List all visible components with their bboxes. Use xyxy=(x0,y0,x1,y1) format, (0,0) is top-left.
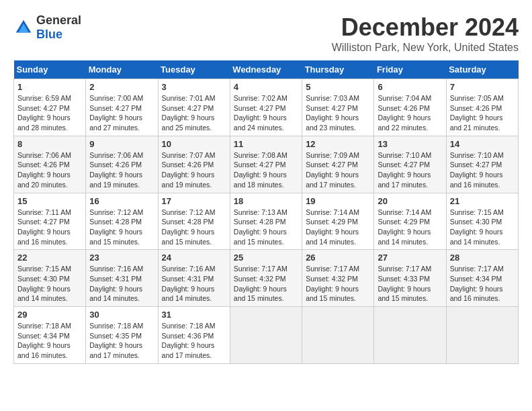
day-info: Sunrise: 7:05 AMSunset: 4:26 PMDaylight:… xyxy=(450,94,504,132)
day-number: 5 xyxy=(306,82,370,92)
calendar-day-11: 11Sunrise: 7:08 AMSunset: 4:27 PMDayligh… xyxy=(230,136,302,193)
calendar-day-empty xyxy=(302,307,374,364)
day-number: 27 xyxy=(378,253,442,263)
day-info: Sunrise: 7:01 AMSunset: 4:27 PMDaylight:… xyxy=(162,94,216,132)
day-number: 15 xyxy=(17,196,82,206)
calendar-day-2: 2Sunrise: 7:00 AMSunset: 4:27 PMDaylight… xyxy=(86,79,158,136)
calendar-day-31: 31Sunrise: 7:18 AMSunset: 4:36 PMDayligh… xyxy=(158,307,230,364)
day-info: Sunrise: 7:16 AMSunset: 4:31 PMDaylight:… xyxy=(162,265,216,302)
calendar-day-5: 5Sunrise: 7:03 AMSunset: 4:27 PMDaylight… xyxy=(302,79,374,136)
day-number: 23 xyxy=(89,253,154,263)
calendar-day-20: 20Sunrise: 7:14 AMSunset: 4:29 PMDayligh… xyxy=(374,193,446,250)
calendar-day-24: 24Sunrise: 7:16 AMSunset: 4:31 PMDayligh… xyxy=(158,250,230,307)
day-info: Sunrise: 7:12 AMSunset: 4:28 PMDaylight:… xyxy=(89,208,143,246)
day-info: Sunrise: 7:17 AMSunset: 4:32 PMDaylight:… xyxy=(306,265,359,302)
day-number: 21 xyxy=(450,196,515,206)
day-number: 3 xyxy=(162,82,226,92)
calendar-day-22: 22Sunrise: 7:15 AMSunset: 4:30 PMDayligh… xyxy=(14,250,86,307)
calendar-day-1: 1Sunrise: 6:59 AMSunset: 4:27 PMDaylight… xyxy=(14,79,86,136)
day-number: 19 xyxy=(306,196,370,206)
calendar-day-30: 30Sunrise: 7:18 AMSunset: 4:35 PMDayligh… xyxy=(86,307,158,364)
calendar-day-7: 7Sunrise: 7:05 AMSunset: 4:26 PMDaylight… xyxy=(446,79,518,136)
calendar-day-28: 28Sunrise: 7:17 AMSunset: 4:34 PMDayligh… xyxy=(446,250,518,307)
calendar-week-1: 1Sunrise: 6:59 AMSunset: 4:27 PMDaylight… xyxy=(14,79,519,136)
logo-text: General Blue xyxy=(36,13,81,42)
month-title: December 2024 xyxy=(332,13,519,42)
calendar-day-4: 4Sunrise: 7:02 AMSunset: 4:27 PMDaylight… xyxy=(230,79,302,136)
day-info: Sunrise: 7:07 AMSunset: 4:26 PMDaylight:… xyxy=(162,151,216,189)
day-info: Sunrise: 7:16 AMSunset: 4:31 PMDaylight:… xyxy=(89,265,143,302)
day-info: Sunrise: 7:17 AMSunset: 4:33 PMDaylight:… xyxy=(378,265,431,302)
calendar-day-29: 29Sunrise: 7:18 AMSunset: 4:34 PMDayligh… xyxy=(14,307,86,364)
day-info: Sunrise: 6:59 AMSunset: 4:27 PMDaylight:… xyxy=(17,94,71,132)
calendar-day-14: 14Sunrise: 7:10 AMSunset: 4:27 PMDayligh… xyxy=(446,136,518,193)
calendar-week-2: 8Sunrise: 7:06 AMSunset: 4:26 PMDaylight… xyxy=(14,136,519,193)
day-number: 1 xyxy=(17,82,82,92)
day-info: Sunrise: 7:18 AMSunset: 4:36 PMDaylight:… xyxy=(162,322,216,359)
calendar-day-3: 3Sunrise: 7:01 AMSunset: 4:27 PMDaylight… xyxy=(158,79,230,136)
calendar-day-21: 21Sunrise: 7:15 AMSunset: 4:30 PMDayligh… xyxy=(446,193,518,250)
calendar-day-15: 15Sunrise: 7:11 AMSunset: 4:27 PMDayligh… xyxy=(14,193,86,250)
day-number: 11 xyxy=(234,139,298,149)
calendar-day-10: 10Sunrise: 7:07 AMSunset: 4:26 PMDayligh… xyxy=(158,136,230,193)
logo-icon xyxy=(13,17,34,38)
col-sunday: Sunday xyxy=(14,60,86,79)
calendar-day-16: 16Sunrise: 7:12 AMSunset: 4:28 PMDayligh… xyxy=(86,193,158,250)
page-header: General Blue December 2024 Williston Par… xyxy=(13,13,519,54)
day-number: 26 xyxy=(306,253,370,263)
day-info: Sunrise: 7:18 AMSunset: 4:34 PMDaylight:… xyxy=(17,322,71,359)
calendar-day-23: 23Sunrise: 7:16 AMSunset: 4:31 PMDayligh… xyxy=(86,250,158,307)
calendar-header-row: Sunday Monday Tuesday Wednesday Thursday… xyxy=(14,60,519,79)
title-area: December 2024 Williston Park, New York, … xyxy=(332,13,519,54)
calendar-day-empty xyxy=(446,307,518,364)
col-monday: Monday xyxy=(86,60,158,79)
col-thursday: Thursday xyxy=(302,60,374,79)
day-info: Sunrise: 7:09 AMSunset: 4:27 PMDaylight:… xyxy=(306,151,359,189)
day-number: 16 xyxy=(89,196,154,206)
day-number: 12 xyxy=(306,139,370,149)
logo: General Blue xyxy=(13,13,81,42)
col-tuesday: Tuesday xyxy=(158,60,230,79)
day-number: 17 xyxy=(162,196,226,206)
day-info: Sunrise: 7:11 AMSunset: 4:27 PMDaylight:… xyxy=(17,208,71,246)
day-info: Sunrise: 7:15 AMSunset: 4:30 PMDaylight:… xyxy=(450,208,504,246)
day-number: 18 xyxy=(234,196,298,206)
day-info: Sunrise: 7:06 AMSunset: 4:26 PMDaylight:… xyxy=(17,151,71,189)
day-info: Sunrise: 7:18 AMSunset: 4:35 PMDaylight:… xyxy=(89,322,143,359)
calendar-day-6: 6Sunrise: 7:04 AMSunset: 4:26 PMDaylight… xyxy=(374,79,446,136)
calendar-day-19: 19Sunrise: 7:14 AMSunset: 4:29 PMDayligh… xyxy=(302,193,374,250)
day-number: 28 xyxy=(450,253,515,263)
day-number: 4 xyxy=(234,82,298,92)
day-number: 22 xyxy=(17,253,82,263)
logo-general: General xyxy=(36,13,81,27)
day-info: Sunrise: 7:10 AMSunset: 4:27 PMDaylight:… xyxy=(378,151,431,189)
day-info: Sunrise: 7:14 AMSunset: 4:29 PMDaylight:… xyxy=(306,208,359,246)
day-info: Sunrise: 7:03 AMSunset: 4:27 PMDaylight:… xyxy=(306,94,359,132)
calendar-day-25: 25Sunrise: 7:17 AMSunset: 4:32 PMDayligh… xyxy=(230,250,302,307)
day-info: Sunrise: 7:08 AMSunset: 4:27 PMDaylight:… xyxy=(234,151,287,189)
day-number: 8 xyxy=(17,139,82,149)
day-info: Sunrise: 7:10 AMSunset: 4:27 PMDaylight:… xyxy=(450,151,504,189)
calendar-day-8: 8Sunrise: 7:06 AMSunset: 4:26 PMDaylight… xyxy=(14,136,86,193)
col-wednesday: Wednesday xyxy=(230,60,302,79)
logo-blue: Blue xyxy=(36,28,62,41)
col-friday: Friday xyxy=(374,60,446,79)
day-number: 29 xyxy=(17,310,82,320)
day-number: 20 xyxy=(378,196,442,206)
day-number: 24 xyxy=(162,253,226,263)
day-info: Sunrise: 7:17 AMSunset: 4:32 PMDaylight:… xyxy=(234,265,287,302)
calendar-day-18: 18Sunrise: 7:13 AMSunset: 4:28 PMDayligh… xyxy=(230,193,302,250)
day-number: 9 xyxy=(89,139,154,149)
day-info: Sunrise: 7:15 AMSunset: 4:30 PMDaylight:… xyxy=(17,265,71,302)
day-info: Sunrise: 7:02 AMSunset: 4:27 PMDaylight:… xyxy=(234,94,287,132)
calendar-week-4: 22Sunrise: 7:15 AMSunset: 4:30 PMDayligh… xyxy=(14,250,519,307)
day-info: Sunrise: 7:17 AMSunset: 4:34 PMDaylight:… xyxy=(450,265,504,302)
day-info: Sunrise: 7:06 AMSunset: 4:26 PMDaylight:… xyxy=(89,151,143,189)
day-info: Sunrise: 7:14 AMSunset: 4:29 PMDaylight:… xyxy=(378,208,431,246)
day-number: 2 xyxy=(89,82,154,92)
day-info: Sunrise: 7:13 AMSunset: 4:28 PMDaylight:… xyxy=(234,208,287,246)
calendar-day-12: 12Sunrise: 7:09 AMSunset: 4:27 PMDayligh… xyxy=(302,136,374,193)
calendar-day-27: 27Sunrise: 7:17 AMSunset: 4:33 PMDayligh… xyxy=(374,250,446,307)
calendar-day-17: 17Sunrise: 7:12 AMSunset: 4:28 PMDayligh… xyxy=(158,193,230,250)
day-info: Sunrise: 7:00 AMSunset: 4:27 PMDaylight:… xyxy=(89,94,143,132)
